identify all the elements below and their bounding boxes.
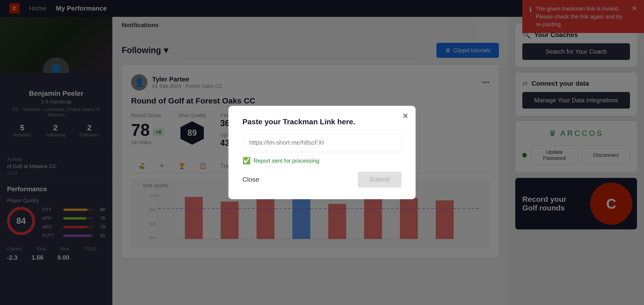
- trackman-modal: ✕ Paste your Trackman Link here. ✅ Repor…: [228, 106, 416, 199]
- modal-success-message: ✅ Report sent for processing: [242, 157, 402, 164]
- modal-submit-button[interactable]: Submit: [358, 172, 402, 188]
- modal-overlay: ✕ Paste your Trackman Link here. ✅ Repor…: [0, 0, 644, 305]
- modal-close-x-button[interactable]: ✕: [402, 112, 408, 120]
- trackman-link-input[interactable]: [242, 133, 402, 152]
- modal-footer: Close Submit: [242, 172, 402, 188]
- modal-title: Paste your Trackman Link here.: [242, 118, 402, 126]
- success-text: Report sent for processing: [254, 158, 319, 164]
- success-icon: ✅: [242, 157, 251, 164]
- modal-close-button[interactable]: Close: [242, 176, 259, 183]
